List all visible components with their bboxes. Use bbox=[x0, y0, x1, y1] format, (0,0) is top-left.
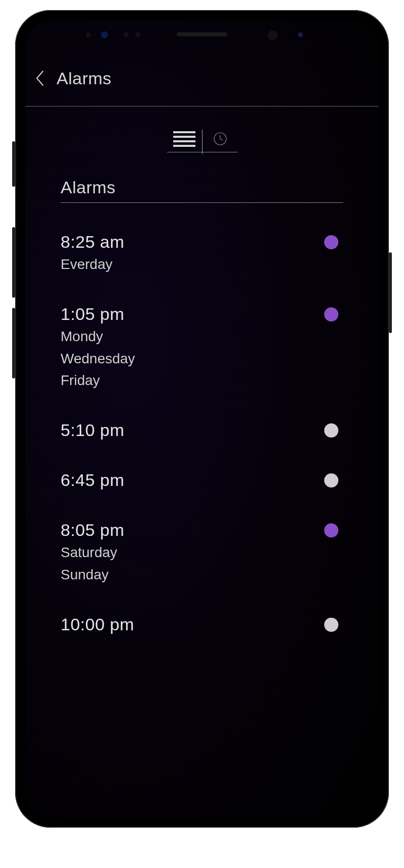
alarm-text: 10:00 pm bbox=[61, 615, 134, 634]
alarm-text: 8:25 amEverday bbox=[61, 232, 124, 274]
toggle-divider bbox=[202, 130, 203, 154]
chevron-left-icon bbox=[34, 70, 45, 87]
alarm-day: Mondy bbox=[61, 327, 135, 346]
alarm-time: 10:00 pm bbox=[61, 615, 134, 634]
alarm-row[interactable]: 6:45 pm bbox=[61, 458, 343, 508]
section-title: Alarms bbox=[61, 178, 343, 203]
svg-line-2 bbox=[220, 139, 223, 140]
alarm-day: Saturday bbox=[61, 543, 124, 562]
clock-view-tab[interactable] bbox=[203, 128, 238, 150]
sensor-cluster bbox=[25, 25, 379, 45]
power-button bbox=[389, 252, 392, 333]
alarm-day: Wednesday bbox=[61, 349, 135, 368]
side-button bbox=[12, 141, 15, 187]
alarm-time: 1:05 pm bbox=[61, 304, 135, 324]
status-dot[interactable] bbox=[324, 235, 338, 249]
list-icon bbox=[173, 131, 195, 147]
alarm-text: 1:05 pmMondyWednesdayFriday bbox=[61, 304, 135, 390]
list-view-tab[interactable] bbox=[167, 128, 202, 150]
status-dot[interactable] bbox=[324, 473, 338, 487]
alarms-section: Alarms 8:25 amEverday1:05 pmMondyWednesd… bbox=[61, 178, 343, 653]
alarm-day: Sunday bbox=[61, 565, 124, 584]
status-dot[interactable] bbox=[324, 423, 338, 438]
alarm-text: 6:45 pm bbox=[61, 470, 124, 490]
alarm-row[interactable]: 10:00 pm bbox=[61, 603, 343, 653]
header-bar: Alarms bbox=[25, 66, 379, 106]
clock-icon bbox=[213, 132, 227, 146]
app-screen: Alarms Alarms bbox=[25, 66, 379, 792]
alarm-day: Friday bbox=[61, 371, 135, 390]
alarm-list: 8:25 amEverday1:05 pmMondyWednesdayFrida… bbox=[61, 220, 343, 653]
alarm-row[interactable]: 5:10 pm bbox=[61, 408, 343, 458]
alarm-time: 5:10 pm bbox=[61, 420, 124, 440]
alarm-row[interactable]: 8:25 amEverday bbox=[61, 220, 343, 292]
page-title: Alarms bbox=[57, 69, 112, 88]
alarm-time: 8:25 am bbox=[61, 232, 124, 252]
volume-down-button bbox=[12, 308, 15, 378]
alarm-time: 8:05 pm bbox=[61, 520, 124, 540]
alarm-text: 8:05 pmSaturdaySunday bbox=[61, 520, 124, 584]
status-dot[interactable] bbox=[324, 618, 338, 632]
alarm-day: Everday bbox=[61, 255, 124, 274]
alarm-text: 5:10 pm bbox=[61, 420, 124, 440]
back-button[interactable] bbox=[30, 66, 49, 91]
alarm-row[interactable]: 8:05 pmSaturdaySunday bbox=[61, 508, 343, 603]
status-dot[interactable] bbox=[324, 523, 338, 537]
view-toggle bbox=[25, 127, 379, 151]
phone-frame: Alarms Alarms bbox=[15, 10, 389, 828]
status-dot[interactable] bbox=[324, 307, 338, 321]
alarm-time: 6:45 pm bbox=[61, 470, 124, 490]
alarm-row[interactable]: 1:05 pmMondyWednesdayFriday bbox=[61, 292, 343, 408]
screen-viewport: Alarms Alarms bbox=[25, 20, 379, 818]
volume-up-button bbox=[12, 227, 15, 298]
